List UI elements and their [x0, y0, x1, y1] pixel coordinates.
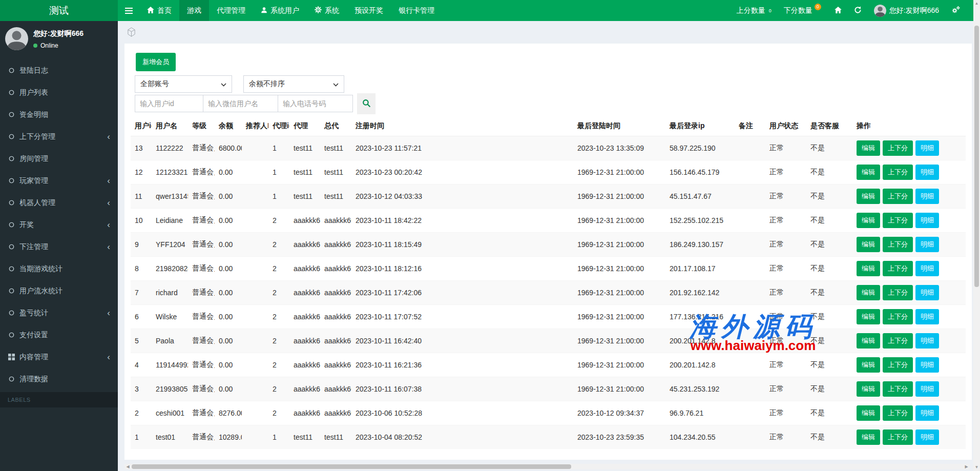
sidebar-item-user-list[interactable]: 用户列表	[0, 81, 118, 104]
updown-score-button[interactable]: 上下分	[883, 165, 913, 180]
scroll-left-arrow-icon[interactable]: ◀	[124, 464, 131, 469]
scroll-down-arrow-icon[interactable]: ▼	[973, 464, 980, 471]
detail-button[interactable]: 明细	[915, 333, 939, 349]
updown-score-button[interactable]: 上下分	[883, 189, 913, 204]
refresh-icon-link[interactable]	[848, 6, 868, 15]
settings-gears-link[interactable]	[945, 6, 967, 15]
nav-item-games[interactable]: 游戏	[179, 0, 209, 21]
detail-button[interactable]: 明细	[915, 189, 939, 204]
edit-button[interactable]: 编辑	[857, 357, 880, 373]
phone-input[interactable]	[278, 95, 353, 112]
edit-button[interactable]: 编辑	[857, 309, 880, 324]
detail-button[interactable]: 明细	[915, 213, 939, 228]
updown-score-button[interactable]: 上下分	[883, 285, 913, 300]
updown-score-button[interactable]: 上下分	[883, 333, 913, 349]
nav-item-agent-management[interactable]: 代理管理	[209, 0, 253, 21]
balance-sort-select[interactable]: 余额不排序	[243, 75, 344, 93]
cell-user-status: 正常	[765, 280, 806, 304]
edit-button[interactable]: 编辑	[857, 333, 880, 349]
sidebar-item-payment-settings[interactable]: 支付设置	[0, 324, 118, 346]
updown-score-button[interactable]: 上下分	[883, 140, 913, 156]
edit-button[interactable]: 编辑	[857, 381, 880, 397]
updown-score-button[interactable]: 上下分	[883, 237, 913, 252]
detail-button[interactable]: 明细	[915, 140, 939, 156]
cell-general-agent: test11	[320, 184, 351, 208]
edit-button[interactable]: 编辑	[857, 237, 880, 252]
cell-is-customer-service: 不是	[806, 160, 852, 184]
updown-score-button[interactable]: 上下分	[883, 309, 913, 324]
nav-item-system-users[interactable]: 系统用户	[253, 0, 307, 21]
sidebar-item-current-game-stats[interactable]: 当期游戏统计	[0, 258, 118, 280]
sidebar-item-player-management[interactable]: 玩家管理‹	[0, 170, 118, 192]
edit-button[interactable]: 编辑	[857, 429, 880, 445]
detail-button[interactable]: 明细	[915, 381, 939, 397]
detail-button[interactable]: 明细	[915, 285, 939, 300]
sidebar-item-funds-detail[interactable]: 资金明细	[0, 104, 118, 126]
updown-score-button[interactable]: 上下分	[883, 261, 913, 276]
updown-score-button[interactable]: 上下分	[883, 357, 913, 373]
updown-score-button[interactable]: 上下分	[883, 429, 913, 445]
edit-button[interactable]: 编辑	[857, 189, 880, 204]
edit-button[interactable]: 编辑	[857, 165, 880, 180]
detail-button[interactable]: 明细	[915, 237, 939, 252]
edit-button[interactable]: 编辑	[857, 140, 880, 156]
vertical-scrollbar-thumb[interactable]	[974, 26, 979, 287]
search-icon	[362, 99, 371, 109]
sidebar-item-profit-loss-stats[interactable]: 盈亏统计‹	[0, 302, 118, 324]
horizontal-scrollbar-thumb[interactable]	[132, 464, 571, 469]
app-brand[interactable]: 测试	[0, 0, 118, 21]
cell-actions: 编辑上下分明细	[852, 377, 966, 401]
sidebar-item-clear-data[interactable]: 清理数据	[0, 368, 118, 390]
detail-button[interactable]: 明细	[915, 165, 939, 180]
up-score-counter[interactable]: 上分数量0	[731, 6, 778, 15]
sidebar-toggle-button[interactable]	[118, 0, 139, 21]
user-id-input[interactable]	[135, 95, 203, 112]
scroll-up-arrow-icon[interactable]: ▲	[973, 0, 980, 7]
home-icon-link[interactable]	[828, 7, 848, 15]
sidebar-item-updown-score-management[interactable]: 上下分管理‹	[0, 126, 118, 148]
updown-score-button[interactable]: 上下分	[883, 381, 913, 397]
down-score-counter[interactable]: 下分数量0	[778, 6, 828, 15]
scroll-right-arrow-icon[interactable]: ▶	[963, 464, 970, 469]
sidebar-item-bet-management[interactable]: 下注管理‹	[0, 236, 118, 258]
sidebar-item-user-flow-stats[interactable]: 用户流水统计	[0, 280, 118, 302]
updown-score-button[interactable]: 上下分	[883, 213, 913, 228]
edit-button[interactable]: 编辑	[857, 405, 880, 421]
nav-item-system[interactable]: 系统	[307, 0, 347, 21]
column-header-remark: 备注	[735, 117, 765, 136]
nav-item-bank-card-management[interactable]: 银行卡管理	[391, 0, 442, 21]
detail-button[interactable]: 明细	[915, 429, 939, 445]
search-button[interactable]	[357, 93, 376, 114]
cell-agent-id: 1	[268, 160, 289, 184]
detail-button[interactable]: 明细	[915, 309, 939, 324]
add-member-button[interactable]: 新增会员	[136, 53, 176, 71]
user-menu[interactable]: 您好:发财啊666	[868, 5, 945, 17]
wechat-username-input[interactable]	[203, 95, 278, 112]
sidebar-item-content-management[interactable]: 内容管理‹	[0, 346, 118, 368]
cell-username: test01	[152, 425, 188, 449]
cell-last-login-time: 1969-12-31 21:00:00	[573, 377, 665, 401]
detail-button[interactable]: 明细	[915, 357, 939, 373]
cell-last-login-time: 2023-10-23 13:35:09	[573, 136, 665, 160]
edit-button[interactable]: 编辑	[857, 213, 880, 228]
detail-button[interactable]: 明细	[915, 261, 939, 276]
edit-button[interactable]: 编辑	[857, 261, 880, 276]
sidebar-item-robot-management[interactable]: 机器人管理‹	[0, 192, 118, 214]
edit-button[interactable]: 编辑	[857, 285, 880, 300]
sidebar-item-lottery[interactable]: 开奖‹	[0, 214, 118, 236]
cell-balance: 0.00	[215, 377, 242, 401]
breadcrumb-gem-icon[interactable]	[127, 27, 136, 39]
updown-score-button[interactable]: 上下分	[883, 405, 913, 421]
user-greeting: 您好:发财啊666	[889, 6, 939, 15]
horizontal-scrollbar[interactable]: ◀ ▶	[124, 464, 970, 469]
vertical-scrollbar[interactable]: ▲ ▼	[973, 0, 980, 471]
account-type-select[interactable]: 全部账号	[135, 75, 232, 93]
cell-agent-id: 2	[268, 208, 289, 232]
cell-is-customer-service: 不是	[806, 377, 852, 401]
cell-remark	[735, 256, 765, 280]
nav-item-home[interactable]: 首页	[139, 0, 179, 21]
sidebar-item-login-log[interactable]: 登陆日志	[0, 59, 118, 81]
sidebar-item-room-management[interactable]: 房间管理	[0, 148, 118, 170]
detail-button[interactable]: 明细	[915, 405, 939, 421]
nav-item-preset-lottery[interactable]: 预设开奖	[347, 0, 391, 21]
